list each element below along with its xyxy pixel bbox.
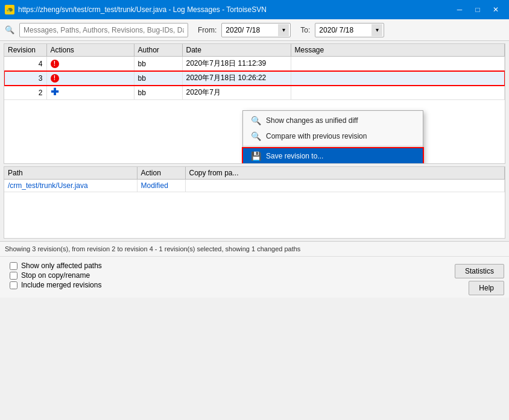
path-table-row[interactable]: /crm_test/trunk/User.java Modified [4,180,505,192]
col-revision: Revision [4,44,46,57]
to-label: To: [300,26,310,34]
stop-on-copy-row: Stop on copy/rename [10,271,102,280]
status-bar: Showing 3 revision(s), from revision 2 t… [0,241,509,256]
include-merged-label: Include merged revisions [21,281,101,289]
path-col-copyfrom: Copy from pa... [185,167,505,180]
to-date-picker-button[interactable]: ▾ [371,24,382,36]
to-date-value: 2020/ 7/18 [317,26,371,34]
ctx-compare-previous[interactable]: 🔍 Compare with previous revision [243,128,423,144]
title-bar: 🐢 https://zheng/svn/test/crm_test/trunk/… [0,0,509,19]
col-actions: Actions [46,44,134,57]
search-bar: 🔍 From: 2020/ 7/18 ▾ To: 2020/ 7/18 ▾ [0,19,509,41]
compare-icon: 🔍 [250,131,261,142]
maximize-button[interactable]: □ [469,4,486,16]
table-row[interactable]: 2 ✚ bb 2020年7月 [4,86,505,100]
window-controls: ─ □ ✕ [451,4,504,16]
statistics-button[interactable]: Statistics [455,264,504,278]
from-date-picker-button[interactable]: ▾ [278,24,289,36]
table-row[interactable]: 4 ! bb 2020年7月18日 11:12:39 [4,57,505,71]
action-icon-modify: ! [51,60,59,68]
col-author: Author [134,44,182,57]
ctx-separator-1 [243,146,423,146]
from-label: From: [198,26,217,34]
path-col-path: Path [4,167,137,180]
path-action: Modified [137,180,185,192]
log-table: Revision Actions Author Date Message 4 !… [4,44,505,100]
bottom-options: Show only affected paths Stop on copy/re… [5,259,107,292]
save-revision-icon: 💾 [250,151,261,161]
stop-on-copy-checkbox[interactable] [10,272,17,280]
to-date-input: 2020/ 7/18 ▾ [315,23,384,37]
from-date-value: 2020/ 7/18 [223,26,278,34]
include-merged-checkbox[interactable] [10,281,17,289]
search-input[interactable] [19,23,188,37]
show-affected-paths-checkbox[interactable] [10,262,17,270]
path-table-area: Path Action Copy from pa... /crm_test/tr… [4,166,505,239]
minimize-button[interactable]: ─ [451,4,468,16]
col-date: Date [182,44,291,57]
ctx-compare-label: Compare with previous revision [266,132,416,140]
ctx-save-revision-label: Save revision to... [266,152,416,160]
ctx-save-revision[interactable]: 💾 Save revision to... [243,148,423,164]
ctx-show-changes-unified[interactable]: 🔍 Show changes as unified diff [243,113,423,128]
help-button[interactable]: Help [469,281,504,295]
path-table: Path Action Copy from pa... /crm_test/tr… [4,167,505,192]
from-date-input: 2020/ 7/18 ▾ [221,23,291,37]
window-title: https://zheng/svn/test/crm_test/trunk/Us… [18,5,267,14]
col-message: Message [291,44,505,57]
include-merged-row: Include merged revisions [10,281,102,289]
action-icon-add: ✚ [51,88,59,96]
ctx-show-changes-label: Show changes as unified diff [266,116,416,125]
action-icon-modify: ! [51,74,59,83]
app-icon: 🐢 [5,5,14,14]
search-icon: 🔍 [5,25,14,34]
close-button[interactable]: ✕ [487,4,504,16]
path-link[interactable]: /crm_test/trunk/User.java [8,181,88,190]
status-text: Showing 3 revision(s), from revision 2 t… [5,245,300,252]
context-menu: 🔍 Show changes as unified diff 🔍 Compare… [242,110,423,164]
table-row[interactable]: 3 ! bb 2020年7月18日 10:26:22 [4,71,505,86]
log-table-area: Revision Actions Author Date Message 4 !… [4,43,505,164]
path-col-action: Action [137,167,185,180]
show-affected-paths-label: Show only affected paths [21,262,102,270]
stop-on-copy-label: Stop on copy/rename [21,271,90,280]
show-changes-icon: 🔍 [250,115,261,126]
show-affected-paths-row: Show only affected paths [10,262,102,270]
